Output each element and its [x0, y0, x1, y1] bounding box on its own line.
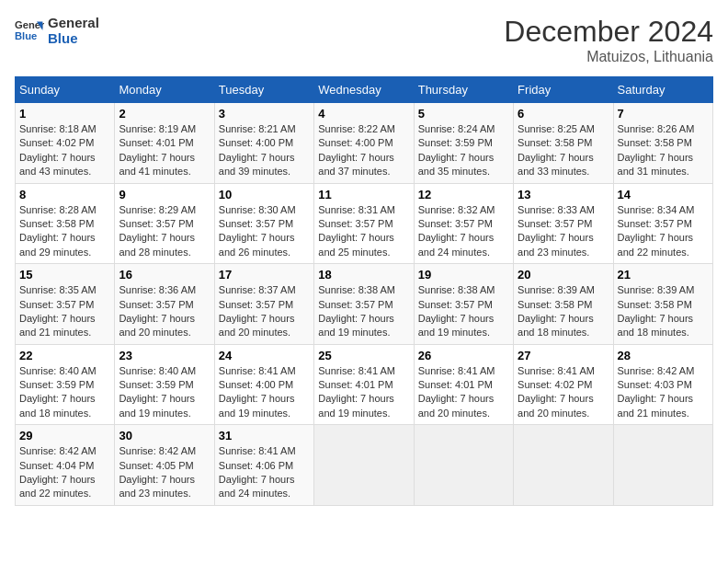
sunset-label: Sunset: 4:02 PM: [518, 379, 592, 390]
day-number: 3: [219, 107, 310, 121]
calendar-cell: 10 Sunrise: 8:30 AM Sunset: 3:57 PM Dayl…: [214, 183, 313, 264]
calendar-cell: 2 Sunrise: 8:19 AM Sunset: 4:01 PM Dayli…: [115, 103, 214, 184]
sunset-label: Sunset: 4:00 PM: [219, 379, 293, 390]
sunset-label: Sunset: 4:04 PM: [19, 460, 94, 471]
calendar-cell: [514, 425, 613, 506]
day-number: 9: [119, 188, 210, 201]
day-number: 13: [518, 188, 609, 201]
day-number: 15: [19, 268, 110, 282]
day-info: Sunrise: 8:30 AM Sunset: 3:57 PM Dayligh…: [219, 203, 310, 260]
sunset-label: Sunset: 3:59 PM: [119, 379, 193, 390]
daylight-label: Daylight: 7 hours and 20 minutes.: [518, 393, 594, 418]
sunset-label: Sunset: 3:57 PM: [19, 299, 94, 310]
sunset-label: Sunset: 4:02 PM: [19, 137, 94, 148]
day-number: 4: [318, 107, 409, 121]
sunrise-label: Sunrise: 8:29 AM: [119, 204, 196, 215]
day-info: Sunrise: 8:26 AM Sunset: 3:58 PM Dayligh…: [618, 122, 709, 179]
day-info: Sunrise: 8:25 AM Sunset: 3:58 PM Dayligh…: [518, 122, 609, 179]
sunrise-label: Sunrise: 8:41 AM: [518, 365, 595, 376]
day-info: Sunrise: 8:40 AM Sunset: 3:59 PM Dayligh…: [119, 364, 210, 421]
sunset-label: Sunset: 4:01 PM: [318, 379, 392, 390]
calendar-cell: 17 Sunrise: 8:37 AM Sunset: 3:57 PM Dayl…: [214, 264, 313, 345]
calendar-cell: 8 Sunrise: 8:28 AM Sunset: 3:58 PM Dayli…: [16, 183, 115, 264]
svg-text:Blue: Blue: [15, 30, 37, 41]
sunset-label: Sunset: 4:03 PM: [618, 379, 692, 390]
sunset-label: Sunset: 3:57 PM: [119, 299, 193, 310]
calendar-cell: [314, 425, 414, 506]
day-of-week-saturday: Saturday: [613, 77, 712, 103]
logo: General Blue General Blue: [15, 15, 99, 46]
day-number: 1: [19, 107, 110, 121]
calendar-week-4: 22 Sunrise: 8:40 AM Sunset: 3:59 PM Dayl…: [16, 344, 713, 425]
calendar-cell: 16 Sunrise: 8:36 AM Sunset: 3:57 PM Dayl…: [115, 264, 214, 345]
calendar-cell: 15 Sunrise: 8:35 AM Sunset: 3:57 PM Dayl…: [16, 264, 115, 345]
daylight-label: Daylight: 7 hours and 19 minutes.: [318, 393, 394, 418]
calendar-title: December 2024: [504, 15, 713, 49]
calendar-cell: 20 Sunrise: 8:39 AM Sunset: 3:58 PM Dayl…: [514, 264, 613, 345]
calendar-cell: 21 Sunrise: 8:39 AM Sunset: 3:58 PM Dayl…: [613, 264, 712, 345]
sunset-label: Sunset: 4:00 PM: [219, 137, 293, 148]
logo-icon: General Blue: [15, 16, 44, 45]
day-number: 7: [618, 107, 709, 121]
logo-text-blue: Blue: [48, 30, 99, 46]
day-info: Sunrise: 8:41 AM Sunset: 4:01 PM Dayligh…: [318, 364, 409, 421]
sunset-label: Sunset: 4:01 PM: [418, 379, 493, 390]
sunrise-label: Sunrise: 8:41 AM: [219, 365, 296, 376]
daylight-label: Daylight: 7 hours and 22 minutes.: [19, 474, 96, 499]
day-number: 25: [318, 349, 409, 362]
day-info: Sunrise: 8:34 AM Sunset: 3:57 PM Dayligh…: [618, 203, 709, 260]
daylight-label: Daylight: 7 hours and 43 minutes.: [19, 152, 96, 177]
day-info: Sunrise: 8:36 AM Sunset: 3:57 PM Dayligh…: [119, 283, 210, 340]
daylight-label: Daylight: 7 hours and 19 minutes.: [318, 313, 394, 338]
sunset-label: Sunset: 4:05 PM: [119, 460, 193, 471]
daylight-label: Daylight: 7 hours and 33 minutes.: [518, 152, 594, 177]
sunset-label: Sunset: 3:57 PM: [219, 299, 293, 310]
calendar-week-5: 29 Sunrise: 8:42 AM Sunset: 4:04 PM Dayl…: [16, 425, 713, 506]
day-info: Sunrise: 8:39 AM Sunset: 3:58 PM Dayligh…: [518, 283, 609, 340]
sunrise-label: Sunrise: 8:38 AM: [318, 284, 395, 295]
calendar-cell: 7 Sunrise: 8:26 AM Sunset: 3:58 PM Dayli…: [613, 103, 712, 184]
day-info: Sunrise: 8:32 AM Sunset: 3:57 PM Dayligh…: [418, 203, 509, 260]
sunrise-label: Sunrise: 8:42 AM: [119, 445, 196, 456]
day-number: 31: [219, 429, 310, 442]
sunset-label: Sunset: 3:57 PM: [119, 218, 193, 229]
calendar-cell: [414, 425, 513, 506]
sunset-label: Sunset: 3:57 PM: [618, 218, 692, 229]
calendar-cell: 9 Sunrise: 8:29 AM Sunset: 3:57 PM Dayli…: [115, 183, 214, 264]
calendar-table: SundayMondayTuesdayWednesdayThursdayFrid…: [15, 76, 713, 506]
sunrise-label: Sunrise: 8:37 AM: [219, 284, 296, 295]
title-block: December 2024 Matuizos, Lithuania: [504, 15, 713, 65]
sunrise-label: Sunrise: 8:40 AM: [119, 365, 196, 376]
sunrise-label: Sunrise: 8:25 AM: [518, 123, 595, 134]
day-info: Sunrise: 8:38 AM Sunset: 3:57 PM Dayligh…: [418, 283, 509, 340]
day-number: 30: [119, 429, 210, 442]
day-info: Sunrise: 8:33 AM Sunset: 3:57 PM Dayligh…: [518, 203, 609, 260]
daylight-label: Daylight: 7 hours and 26 minutes.: [219, 232, 295, 257]
daylight-label: Daylight: 7 hours and 23 minutes.: [518, 232, 594, 257]
day-info: Sunrise: 8:41 AM Sunset: 4:00 PM Dayligh…: [219, 364, 310, 421]
day-info: Sunrise: 8:37 AM Sunset: 3:57 PM Dayligh…: [219, 283, 310, 340]
calendar-subtitle: Matuizos, Lithuania: [504, 49, 713, 65]
calendar-cell: 3 Sunrise: 8:21 AM Sunset: 4:00 PM Dayli…: [214, 103, 313, 184]
day-info: Sunrise: 8:41 AM Sunset: 4:02 PM Dayligh…: [518, 364, 609, 421]
day-info: Sunrise: 8:19 AM Sunset: 4:01 PM Dayligh…: [119, 122, 210, 179]
calendar-cell: 12 Sunrise: 8:32 AM Sunset: 3:57 PM Dayl…: [414, 183, 513, 264]
daylight-label: Daylight: 7 hours and 29 minutes.: [19, 232, 96, 257]
daylight-label: Daylight: 7 hours and 31 minutes.: [618, 152, 694, 177]
calendar-cell: 5 Sunrise: 8:24 AM Sunset: 3:59 PM Dayli…: [414, 103, 513, 184]
sunset-label: Sunset: 3:59 PM: [418, 137, 493, 148]
sunrise-label: Sunrise: 8:36 AM: [119, 284, 196, 295]
day-of-week-thursday: Thursday: [414, 77, 513, 103]
sunrise-label: Sunrise: 8:39 AM: [518, 284, 595, 295]
daylight-label: Daylight: 7 hours and 18 minutes.: [19, 393, 96, 418]
calendar-cell: 23 Sunrise: 8:40 AM Sunset: 3:59 PM Dayl…: [115, 344, 214, 425]
day-number: 14: [618, 188, 709, 201]
sunrise-label: Sunrise: 8:21 AM: [219, 123, 296, 134]
day-info: Sunrise: 8:22 AM Sunset: 4:00 PM Dayligh…: [318, 122, 409, 179]
day-number: 10: [219, 188, 310, 201]
day-number: 28: [618, 349, 709, 362]
daylight-label: Daylight: 7 hours and 21 minutes.: [618, 393, 694, 418]
daylight-label: Daylight: 7 hours and 23 minutes.: [119, 474, 195, 499]
day-of-week-friday: Friday: [514, 77, 613, 103]
sunset-label: Sunset: 4:01 PM: [119, 137, 193, 148]
